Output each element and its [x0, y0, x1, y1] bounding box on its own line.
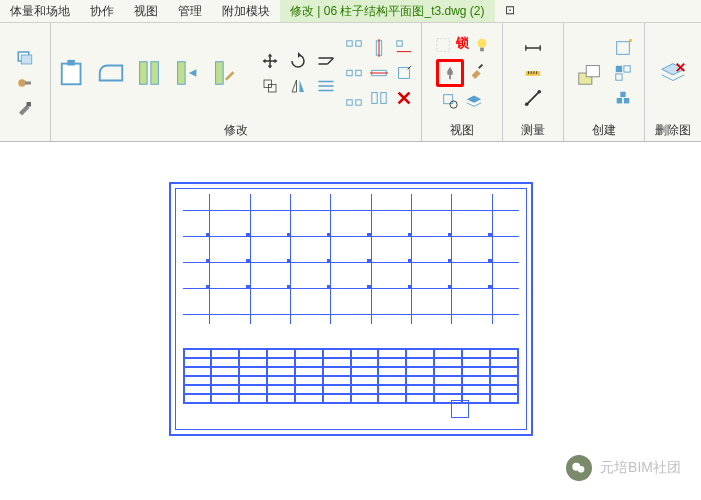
dimension-icon[interactable]	[522, 37, 544, 59]
hide-icon[interactable]	[432, 34, 454, 56]
svg-rect-33	[526, 71, 540, 76]
svg-rect-43	[616, 98, 621, 103]
svg-rect-25	[356, 100, 361, 105]
svg-rect-13	[347, 41, 352, 46]
layers-icon[interactable]	[463, 90, 485, 112]
title-block	[183, 348, 519, 428]
align-4-icon[interactable]	[343, 62, 365, 84]
menu-addins[interactable]: 附加模块	[212, 0, 280, 22]
rotate-icon[interactable]	[287, 50, 309, 72]
svg-rect-26	[372, 93, 377, 104]
panel-measure-label: 测量	[521, 119, 545, 139]
svg-rect-9	[178, 62, 186, 85]
svg-rect-10	[216, 62, 224, 85]
panel-create-label: 创建	[592, 119, 616, 139]
svg-rect-27	[381, 93, 386, 104]
panel-create: 创建	[564, 23, 645, 141]
align-2-icon[interactable]	[368, 37, 390, 59]
panel-delete-label: 删除图	[655, 119, 691, 139]
group-icon[interactable]	[612, 62, 634, 84]
align-8-icon[interactable]	[368, 87, 390, 109]
svg-rect-4	[27, 102, 32, 107]
ribbon: 修改 锁 视图	[0, 23, 701, 142]
svg-rect-5	[62, 64, 81, 85]
svg-rect-6	[67, 60, 75, 66]
trim-icon[interactable]	[315, 50, 337, 72]
svg-rect-8	[151, 62, 159, 85]
panel-tools	[0, 23, 51, 141]
lock-label: 锁	[456, 34, 469, 52]
delete-icon[interactable]	[393, 87, 415, 109]
svg-rect-44	[624, 98, 629, 103]
canvas[interactable]: 元培BIM社团	[0, 142, 701, 496]
svg-rect-1	[21, 55, 32, 64]
mirror-icon[interactable]	[287, 75, 309, 97]
pin-icon[interactable]	[436, 59, 464, 87]
svg-rect-40	[615, 66, 621, 72]
svg-rect-30	[480, 48, 484, 52]
copy-icon[interactable]	[259, 75, 281, 97]
align-3-icon[interactable]	[393, 37, 415, 59]
menubar: 体量和场地 协作 视图 管理 附加模块 修改 | 06 柱子结构平面图_t3.d…	[0, 0, 701, 23]
menu-manage[interactable]: 管理	[168, 0, 212, 22]
menu-view[interactable]: 视图	[124, 0, 168, 22]
drawing-frame	[169, 182, 533, 436]
align-1-icon[interactable]	[343, 37, 365, 59]
svg-point-32	[450, 101, 457, 108]
panel-view-label: 视图	[450, 119, 474, 139]
align-6-icon[interactable]	[393, 62, 415, 84]
ruler-icon[interactable]	[522, 62, 544, 84]
lightbulb-icon[interactable]	[471, 34, 493, 56]
svg-rect-14	[356, 41, 361, 46]
watermark: 元培BIM社团	[566, 455, 681, 481]
menu-panel-toggle[interactable]: ⊡	[495, 0, 525, 22]
create-similar-icon[interactable]	[574, 57, 606, 89]
wall-icon[interactable]	[133, 57, 165, 89]
svg-point-34	[525, 103, 529, 107]
svg-rect-41	[624, 66, 630, 72]
svg-rect-11	[264, 80, 272, 88]
drawing-grid	[183, 194, 519, 324]
select-arrow-icon[interactable]	[171, 57, 203, 89]
svg-rect-28	[436, 39, 449, 52]
cope-icon[interactable]	[95, 57, 127, 89]
menu-collaborate[interactable]: 协作	[80, 0, 124, 22]
assembly-icon[interactable]	[612, 87, 634, 109]
align-grid	[343, 37, 415, 109]
panel-measure: 测量	[503, 23, 564, 141]
svg-point-35	[537, 90, 541, 94]
edit-icon[interactable]	[209, 57, 241, 89]
menu-mass-site[interactable]: 体量和场地	[0, 0, 80, 22]
svg-rect-19	[347, 70, 352, 75]
svg-rect-45	[620, 92, 625, 97]
properties-icon[interactable]	[14, 47, 36, 69]
svg-point-2	[18, 79, 26, 87]
svg-rect-17	[397, 41, 402, 46]
svg-point-29	[477, 39, 486, 48]
hammer-icon[interactable]	[14, 97, 36, 119]
align-7-icon[interactable]	[343, 87, 365, 109]
move-icon[interactable]	[259, 50, 281, 72]
family-icon[interactable]	[612, 37, 634, 59]
panel-modify-label: 修改	[224, 119, 248, 139]
query-icon[interactable]	[439, 90, 461, 112]
brush-icon[interactable]	[466, 59, 488, 81]
watermark-text: 元培BIM社团	[600, 459, 681, 477]
measure-line-icon[interactable]	[522, 87, 544, 109]
svg-rect-3	[25, 82, 31, 85]
svg-rect-12	[269, 84, 277, 92]
panel-modify: 修改	[51, 23, 422, 141]
menu-modify-context[interactable]: 修改 | 06 柱子结构平面图_t3.dwg (2)	[280, 0, 495, 22]
svg-rect-37	[586, 66, 599, 77]
panel-view: 锁 视图	[422, 23, 503, 141]
delete-layers-icon[interactable]	[657, 57, 689, 89]
paste-icon[interactable]	[57, 57, 89, 89]
svg-rect-24	[347, 100, 352, 105]
paint-icon[interactable]	[14, 72, 36, 94]
wechat-icon	[566, 455, 592, 481]
offset-icon[interactable]	[315, 75, 337, 97]
align-5-icon[interactable]	[368, 62, 390, 84]
svg-rect-20	[356, 70, 361, 75]
svg-rect-42	[615, 74, 621, 80]
svg-rect-38	[616, 42, 629, 55]
